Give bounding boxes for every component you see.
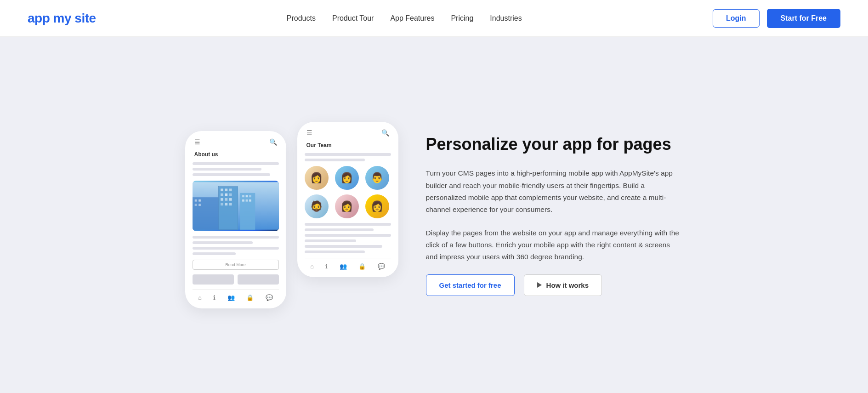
avatar-6: 👩 — [365, 194, 389, 218]
svg-rect-13 — [225, 203, 227, 205]
avatar-2: 👩 — [335, 166, 359, 190]
line — [305, 239, 357, 242]
nav-pricing[interactable]: Pricing — [451, 14, 473, 23]
how-it-works-label: How it works — [546, 281, 589, 289]
line — [305, 153, 391, 156]
hero-content: Personalize your app for pages Turn your… — [426, 134, 683, 296]
search-icon: 🔍 — [269, 138, 277, 146]
hero-para-1: Turn your CMS pages into a high-performi… — [426, 167, 683, 216]
line — [193, 241, 253, 244]
svg-rect-14 — [229, 203, 232, 205]
main-nav: Products Product Tour App Features Prici… — [287, 14, 522, 23]
get-started-button[interactable]: Get started for free — [426, 274, 515, 296]
phone2-bottom-tabs: ⌂ ℹ 👥 🔒 💬 — [305, 258, 391, 270]
phone1-bottom-tabs: ⌂ ℹ 👥 🔒 💬 — [193, 289, 279, 301]
hero-title: Personalize your app for pages — [426, 134, 683, 154]
nav-app-features[interactable]: App Features — [390, 14, 434, 23]
line — [193, 247, 279, 250]
svg-rect-4 — [225, 188, 227, 191]
chat-tab-icon-2: 💬 — [378, 263, 385, 270]
line — [305, 234, 391, 237]
play-icon — [537, 282, 542, 288]
line — [193, 173, 270, 176]
menu-icon: ☰ — [194, 138, 200, 146]
phone-1: ☰ 🔍 About us — [185, 131, 286, 308]
svg-rect-11 — [229, 198, 232, 201]
people-tab-icon: 👥 — [227, 294, 235, 301]
svg-rect-16 — [242, 195, 244, 197]
search-icon-2: 🔍 — [381, 129, 389, 137]
block-1 — [193, 274, 234, 285]
chat-tab-icon: 💬 — [266, 294, 273, 301]
hero-actions: Get started for free How it works — [426, 274, 683, 296]
phone2-lines-top — [305, 153, 391, 161]
home-tab-icon-2: ⌂ — [310, 263, 314, 270]
svg-rect-23 — [194, 199, 197, 201]
svg-rect-24 — [199, 199, 201, 201]
phone1-building-image — [193, 181, 279, 231]
logo[interactable]: app my site — [28, 11, 96, 26]
line — [193, 162, 279, 165]
svg-rect-15 — [240, 193, 255, 229]
svg-rect-19 — [242, 199, 244, 201]
lock-tab-icon-2: 🔒 — [358, 263, 366, 270]
block-2 — [238, 274, 279, 285]
svg-rect-12 — [221, 203, 223, 205]
nav-industries[interactable]: Industries — [490, 14, 522, 23]
home-tab-icon: ⌂ — [198, 294, 202, 301]
svg-rect-6 — [221, 193, 223, 196]
phone1-title: About us — [193, 151, 279, 158]
phone1-lines-top — [193, 162, 279, 176]
how-it-works-button[interactable]: How it works — [524, 274, 602, 296]
menu-icon-2: ☰ — [306, 129, 312, 137]
line — [305, 223, 391, 226]
svg-rect-3 — [221, 188, 223, 191]
phone2-title: Our Team — [305, 142, 391, 148]
lock-tab-icon: 🔒 — [246, 294, 254, 301]
svg-rect-8 — [229, 193, 232, 196]
svg-rect-1 — [218, 186, 238, 229]
line — [305, 251, 365, 253]
avatar-3: 👨 — [365, 166, 389, 190]
phone1-bar: ☰ 🔍 — [193, 138, 279, 146]
phones-container: ☰ 🔍 About us — [185, 122, 398, 308]
svg-rect-20 — [245, 199, 248, 201]
nav-products[interactable]: Products — [287, 14, 316, 23]
info-tab-icon-2: ℹ — [325, 263, 328, 270]
phone1-bottom-blocks — [193, 274, 279, 285]
line — [305, 159, 365, 161]
svg-rect-5 — [229, 188, 232, 191]
phone-2: ☰ 🔍 Our Team 👩 👩 👨 🧔 👩 👩 — [297, 122, 398, 277]
phone1-lines-mid — [193, 236, 279, 255]
avatar-1: 👩 — [305, 166, 329, 190]
nav-product-tour[interactable]: Product Tour — [332, 14, 374, 23]
svg-rect-7 — [225, 193, 227, 196]
line — [193, 168, 261, 171]
svg-rect-9 — [221, 198, 223, 201]
avatar-4: 🧔 — [305, 194, 329, 218]
people-tab-icon-2: 👥 — [340, 263, 347, 270]
line — [305, 228, 374, 231]
login-button[interactable]: Login — [713, 9, 760, 28]
svg-rect-21 — [249, 199, 251, 201]
svg-rect-10 — [225, 198, 227, 201]
svg-rect-17 — [245, 195, 248, 197]
team-grid: 👩 👩 👨 🧔 👩 👩 — [305, 166, 391, 218]
svg-rect-25 — [194, 204, 197, 206]
phone2-bar: ☰ 🔍 — [305, 129, 391, 137]
line — [193, 236, 279, 239]
svg-rect-26 — [199, 204, 201, 206]
logo-text: app my site — [28, 11, 96, 25]
header-actions: Login Start for Free — [713, 9, 840, 28]
svg-rect-18 — [249, 195, 251, 197]
info-tab-icon: ℹ — [213, 294, 216, 301]
hero-section: ☰ 🔍 About us — [0, 37, 868, 393]
svg-rect-22 — [193, 197, 218, 230]
avatar-5: 👩 — [335, 194, 359, 218]
line — [193, 252, 236, 255]
header: app my site Products Product Tour App Fe… — [0, 0, 868, 37]
start-for-free-button[interactable]: Start for Free — [767, 9, 840, 28]
hero-para-2: Display the pages from the website on yo… — [426, 227, 683, 263]
line — [305, 245, 382, 248]
phone1-read-more: Read More — [193, 260, 279, 270]
